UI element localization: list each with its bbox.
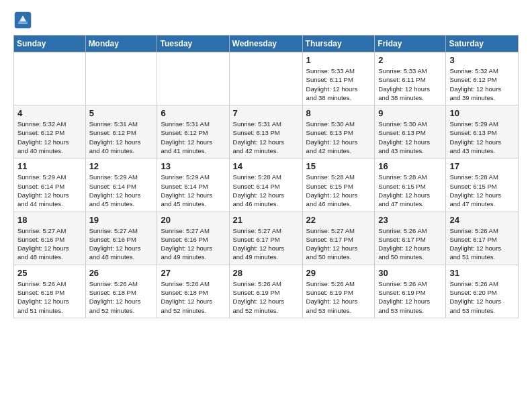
day-number: 26 [89,268,154,278]
calendar-cell: 20Sunrise: 5:27 AM Sunset: 6:16 PM Dayli… [157,212,229,265]
day-info: Sunrise: 5:31 AM Sunset: 6:12 PM Dayligh… [161,120,225,155]
calendar-cell: 27Sunrise: 5:26 AM Sunset: 6:18 PM Dayli… [157,265,229,318]
day-info: Sunrise: 5:32 AM Sunset: 6:12 PM Dayligh… [17,120,82,155]
day-info: Sunrise: 5:26 AM Sunset: 6:19 PM Dayligh… [306,279,371,315]
day-info: Sunrise: 5:31 AM Sunset: 6:12 PM Dayligh… [89,120,154,155]
calendar-cell: 6Sunrise: 5:31 AM Sunset: 6:12 PM Daylig… [157,105,229,158]
day-number: 27 [161,268,225,278]
day-number: 7 [233,108,299,118]
calendar-cell: 3Sunrise: 5:32 AM Sunset: 6:12 PM Daylig… [446,52,519,105]
calendar-cell: 23Sunrise: 5:26 AM Sunset: 6:17 PM Dayli… [375,212,446,265]
day-number: 3 [449,55,515,65]
day-info: Sunrise: 5:27 AM Sunset: 6:16 PM Dayligh… [89,226,154,262]
calendar-cell: 30Sunrise: 5:26 AM Sunset: 6:19 PM Dayli… [375,265,446,318]
calendar-week-row: 4Sunrise: 5:32 AM Sunset: 6:12 PM Daylig… [14,105,519,158]
day-number: 20 [161,215,225,225]
calendar-cell: 11Sunrise: 5:29 AM Sunset: 6:14 PM Dayli… [14,158,86,212]
calendar-cell: 7Sunrise: 5:31 AM Sunset: 6:13 PM Daylig… [229,105,302,158]
day-info: Sunrise: 5:27 AM Sunset: 6:17 PM Dayligh… [306,226,371,262]
day-info: Sunrise: 5:27 AM Sunset: 6:17 PM Dayligh… [233,226,299,262]
weekday-header: Thursday [302,36,375,52]
calendar-cell: 26Sunrise: 5:26 AM Sunset: 6:18 PM Dayli… [85,265,157,318]
day-info: Sunrise: 5:29 AM Sunset: 6:14 PM Dayligh… [161,173,225,208]
weekday-header: Friday [375,36,446,52]
day-info: Sunrise: 5:26 AM Sunset: 6:18 PM Dayligh… [17,279,82,315]
calendar-cell [85,52,157,105]
day-number: 1 [306,55,371,65]
calendar-cell: 8Sunrise: 5:30 AM Sunset: 6:13 PM Daylig… [302,105,375,158]
day-info: Sunrise: 5:28 AM Sunset: 6:15 PM Dayligh… [378,173,442,208]
day-number: 10 [449,108,515,118]
day-number: 2 [378,55,442,65]
day-number: 29 [306,268,371,278]
weekday-header: Monday [85,36,157,52]
day-info: Sunrise: 5:29 AM Sunset: 6:14 PM Dayligh… [89,173,154,208]
day-info: Sunrise: 5:33 AM Sunset: 6:11 PM Dayligh… [306,66,371,102]
day-info: Sunrise: 5:28 AM Sunset: 6:14 PM Dayligh… [233,173,299,208]
day-number: 18 [17,215,82,225]
weekday-header: Sunday [14,36,86,52]
day-number: 9 [378,108,442,118]
calendar-table: SundayMondayTuesdayWednesdayThursdayFrid… [13,35,519,318]
calendar-cell [14,52,86,105]
day-number: 5 [89,108,154,118]
weekday-header: Saturday [446,36,519,52]
calendar-cell: 15Sunrise: 5:28 AM Sunset: 6:15 PM Dayli… [302,158,375,212]
calendar-week-row: 11Sunrise: 5:29 AM Sunset: 6:14 PM Dayli… [14,158,519,212]
calendar-week-row: 1Sunrise: 5:33 AM Sunset: 6:11 PM Daylig… [14,52,519,105]
day-info: Sunrise: 5:27 AM Sunset: 6:16 PM Dayligh… [161,226,225,262]
day-number: 11 [17,161,82,171]
day-info: Sunrise: 5:29 AM Sunset: 6:13 PM Dayligh… [449,120,515,155]
weekday-header: Wednesday [229,36,302,52]
calendar-cell: 18Sunrise: 5:27 AM Sunset: 6:16 PM Dayli… [14,212,86,265]
calendar-cell: 10Sunrise: 5:29 AM Sunset: 6:13 PM Dayli… [446,105,519,158]
day-number: 17 [449,161,515,171]
day-info: Sunrise: 5:27 AM Sunset: 6:16 PM Dayligh… [17,226,82,262]
day-info: Sunrise: 5:29 AM Sunset: 6:14 PM Dayligh… [17,173,82,208]
calendar-cell: 1Sunrise: 5:33 AM Sunset: 6:11 PM Daylig… [302,52,375,105]
day-number: 21 [233,215,299,225]
logo-icon [13,11,32,30]
day-info: Sunrise: 5:30 AM Sunset: 6:13 PM Dayligh… [306,120,371,155]
calendar-cell: 12Sunrise: 5:29 AM Sunset: 6:14 PM Dayli… [85,158,157,212]
day-number: 15 [306,161,371,171]
day-number: 31 [449,268,515,278]
calendar-cell: 14Sunrise: 5:28 AM Sunset: 6:14 PM Dayli… [229,158,302,212]
day-info: Sunrise: 5:26 AM Sunset: 6:19 PM Dayligh… [378,279,442,315]
day-info: Sunrise: 5:30 AM Sunset: 6:13 PM Dayligh… [378,120,442,155]
day-info: Sunrise: 5:32 AM Sunset: 6:12 PM Dayligh… [449,66,515,102]
day-info: Sunrise: 5:28 AM Sunset: 6:15 PM Dayligh… [306,173,371,208]
calendar-cell: 17Sunrise: 5:28 AM Sunset: 6:15 PM Dayli… [446,158,519,212]
day-info: Sunrise: 5:26 AM Sunset: 6:20 PM Dayligh… [449,279,515,315]
day-number: 28 [233,268,299,278]
calendar-cell: 2Sunrise: 5:33 AM Sunset: 6:11 PM Daylig… [375,52,446,105]
day-info: Sunrise: 5:33 AM Sunset: 6:11 PM Dayligh… [378,66,442,102]
day-number: 16 [378,161,442,171]
day-number: 30 [378,268,442,278]
day-number: 19 [89,215,154,225]
svg-rect-2 [18,21,28,24]
header [13,11,519,30]
day-number: 12 [89,161,154,171]
day-number: 24 [449,215,515,225]
calendar-week-row: 18Sunrise: 5:27 AM Sunset: 6:16 PM Dayli… [14,212,519,265]
day-number: 4 [17,108,82,118]
calendar-cell: 28Sunrise: 5:26 AM Sunset: 6:19 PM Dayli… [229,265,302,318]
calendar-cell [157,52,229,105]
calendar-cell: 25Sunrise: 5:26 AM Sunset: 6:18 PM Dayli… [14,265,86,318]
weekday-header: Tuesday [157,36,229,52]
day-info: Sunrise: 5:31 AM Sunset: 6:13 PM Dayligh… [233,120,299,155]
day-number: 8 [306,108,371,118]
day-info: Sunrise: 5:26 AM Sunset: 6:17 PM Dayligh… [378,226,442,262]
day-number: 6 [161,108,225,118]
day-number: 25 [17,268,82,278]
calendar-cell: 5Sunrise: 5:31 AM Sunset: 6:12 PM Daylig… [85,105,157,158]
calendar-week-row: 25Sunrise: 5:26 AM Sunset: 6:18 PM Dayli… [14,265,519,318]
logo [13,11,35,30]
day-number: 23 [378,215,442,225]
day-info: Sunrise: 5:26 AM Sunset: 6:18 PM Dayligh… [89,279,154,315]
day-number: 13 [161,161,225,171]
calendar-cell: 24Sunrise: 5:26 AM Sunset: 6:17 PM Dayli… [446,212,519,265]
calendar-cell: 29Sunrise: 5:26 AM Sunset: 6:19 PM Dayli… [302,265,375,318]
calendar-cell: 21Sunrise: 5:27 AM Sunset: 6:17 PM Dayli… [229,212,302,265]
